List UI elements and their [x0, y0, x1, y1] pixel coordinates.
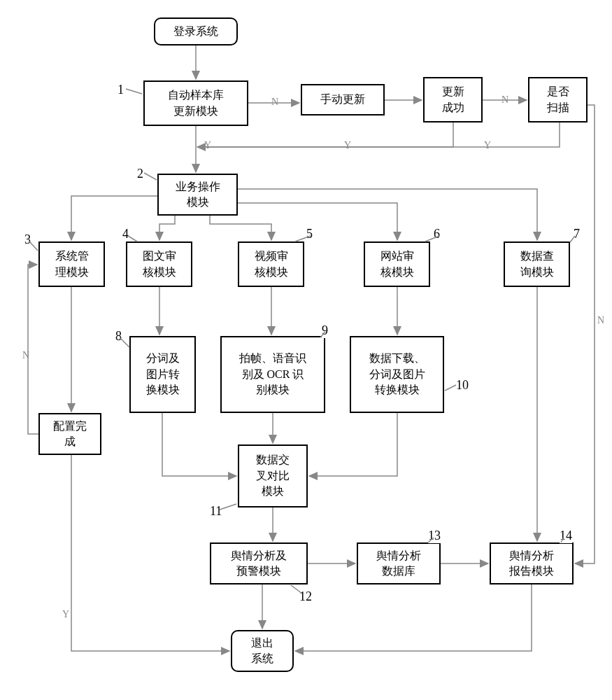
node-n11: 数据交叉对比模块	[238, 444, 308, 507]
node-n2: 业务操作模块	[157, 174, 238, 216]
node-upd-ok: 更新成功	[423, 77, 483, 122]
edge-cfg-n3-N: N	[21, 350, 31, 361]
node-n4: 图文审核模块	[126, 241, 192, 287]
num-n7: 7	[574, 227, 580, 241]
svg-line-10	[220, 504, 236, 510]
num-n14: 14	[560, 528, 572, 543]
node-n9: 拍帧、语音识别及 OCR 识别模块	[220, 336, 325, 413]
num-n9: 9	[322, 323, 328, 338]
num-n8: 8	[115, 329, 122, 344]
flowchart-canvas: 登录系统 自动样本库更新模块 手动更新 更新成功 是否扫描 业务操作模块 系统管…	[0, 0, 612, 700]
num-n4: 4	[122, 227, 129, 241]
num-n2: 2	[137, 167, 143, 181]
label: 退出系统	[251, 636, 273, 667]
label: 登录系统	[173, 24, 218, 39]
num-n5: 5	[306, 227, 313, 241]
label: 分词及图片转换模块	[146, 351, 180, 398]
edge-updok-n2-Y: Y	[343, 140, 353, 151]
label: 数据查询模块	[520, 248, 554, 280]
num-n13: 13	[428, 528, 441, 543]
edge-n1-n2-Y: Y	[203, 140, 213, 151]
num-n10: 10	[456, 378, 469, 393]
label: 图文审核模块	[143, 248, 176, 280]
node-n3: 系统管理模块	[38, 241, 105, 287]
node-n1: 自动样本库更新模块	[143, 80, 248, 126]
node-n10: 数据下载、分词及图片转换模块	[350, 336, 444, 413]
label: 自动样本库更新模块	[168, 88, 224, 119]
node-n8: 分词及图片转换模块	[129, 336, 196, 413]
num-n12: 12	[299, 589, 312, 604]
edge-cfg-exit-Y: Y	[61, 609, 71, 620]
label: 系统管理模块	[55, 248, 89, 280]
node-n6: 网站审核模块	[364, 241, 430, 287]
node-n13: 舆情分析数据库	[357, 542, 441, 584]
num-n3: 3	[24, 232, 31, 247]
edge-updok-scan-N: N	[500, 94, 510, 106]
label: 舆情分析报告模块	[509, 548, 554, 580]
node-n12: 舆情分析及预警模块	[210, 542, 308, 584]
label: 拍帧、语音识别及 OCR 识别模块	[239, 351, 306, 398]
label: 视频审核模块	[255, 248, 288, 280]
label: 数据交叉对比模块	[256, 452, 290, 499]
node-n5: 视频审核模块	[238, 241, 304, 287]
edge-scan-n2-Y: Y	[483, 140, 492, 151]
label: 业务操作模块	[176, 179, 220, 211]
node-scan-q: 是否扫描	[528, 77, 588, 122]
svg-line-3	[128, 236, 137, 241]
edge-n1-manual-N: N	[270, 97, 280, 108]
label: 数据下载、分词及图片转换模块	[369, 351, 425, 398]
edge-scan-n14-N: N	[596, 315, 606, 326]
label: 舆情分析数据库	[376, 548, 421, 580]
num-n11: 11	[210, 504, 222, 519]
svg-line-9	[445, 385, 456, 391]
node-login: 登录系统	[154, 18, 238, 46]
node-exit: 退出系统	[231, 630, 294, 672]
label: 网站审核模块	[380, 248, 414, 280]
num-n1: 1	[118, 83, 124, 97]
label: 更新成功	[442, 84, 464, 115]
node-n7: 数据查询模块	[504, 241, 570, 287]
node-cfg: 配置完成	[38, 413, 101, 455]
num-n6: 6	[434, 227, 440, 241]
label: 配置完成	[53, 419, 87, 450]
node-n14: 舆情分析报告模块	[490, 542, 574, 584]
label: 舆情分析及预警模块	[231, 548, 287, 580]
node-manual: 手动更新	[301, 84, 385, 115]
label: 是否扫描	[547, 84, 569, 115]
svg-line-0	[126, 89, 142, 94]
label: 手动更新	[320, 92, 365, 107]
svg-line-1	[144, 173, 157, 180]
